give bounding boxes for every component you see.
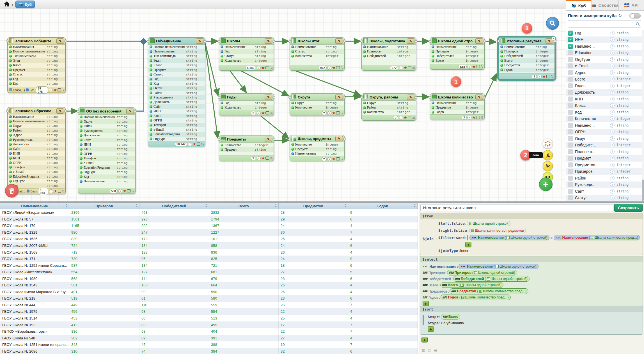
alert-icon[interactable]: [404, 116, 407, 119]
resize-handle[interactable]: [62, 89, 64, 91]
info-icon[interactable]: i: [610, 37, 615, 42]
field-checkbox[interactable]: [568, 83, 573, 88]
edit-node-button[interactable]: ✎: [56, 38, 64, 44]
info-icon[interactable]: i: [610, 57, 615, 62]
edit-node-button[interactable]: ✎: [475, 38, 483, 44]
edit-node-button[interactable]: ✎: [265, 38, 272, 44]
tab-properties[interactable]: Свойства: [592, 0, 618, 10]
resize-handle[interactable]: [412, 66, 415, 69]
comment-icon[interactable]: [408, 116, 411, 119]
query-chip[interactable]: ###Всего(Школы одной строкой): [440, 282, 503, 288]
resize-handle[interactable]: [551, 75, 553, 78]
sort-icon[interactable]: [344, 204, 347, 207]
graph-node-shkoly-kolichestvo[interactable]: Школы количество ...✎НаименованиеstringП…: [430, 93, 485, 120]
input-port[interactable]: [218, 138, 220, 141]
field-checkbox[interactable]: [568, 156, 573, 161]
output-port[interactable]: [343, 138, 346, 140]
query-chip[interactable]: ###Годов(Школы количество пред...): [441, 295, 511, 300]
graph-node-shkoly-itog[interactable]: Школы итог✎НаименованиеstringСтатусstrin…: [290, 37, 345, 71]
comment-icon[interactable]: [265, 66, 269, 69]
output-port[interactable]: [204, 40, 206, 43]
alert-icon[interactable]: [332, 66, 335, 69]
input-port[interactable]: [77, 110, 79, 113]
output-port[interactable]: [64, 40, 67, 43]
export-icon[interactable]: ▤: [428, 348, 431, 352]
field-checkbox[interactable]: ✓: [568, 37, 573, 42]
join-tool-button[interactable]: [543, 150, 553, 160]
info-icon[interactable]: i: [538, 75, 542, 79]
info-icon[interactable]: i: [257, 156, 261, 160]
drag-handle[interactable]: [423, 315, 424, 325]
alert-icon[interactable]: [262, 66, 265, 69]
trash-button[interactable]: [5, 184, 19, 197]
output-port[interactable]: [64, 110, 67, 112]
edit-node-button[interactable]: ✎: [475, 95, 483, 100]
table-row[interactable]: ГБОУ школа № 13299802471227307: [0, 229, 418, 236]
alert-icon[interactable]: [262, 111, 265, 114]
scrollbar-thumb[interactable]: [642, 180, 644, 201]
table-row[interactable]: ГБОУ «Лицей «Вторая школа»23694632832289: [0, 209, 418, 216]
alert-icon[interactable]: [123, 189, 126, 192]
field-checkbox[interactable]: [568, 176, 573, 181]
add-block-button[interactable]: +: [421, 337, 428, 342]
field-checkbox[interactable]: [568, 70, 573, 75]
info-icon[interactable]: i: [610, 50, 615, 55]
comment-icon[interactable]: [546, 75, 550, 78]
comment-icon[interactable]: [476, 65, 480, 68]
info-icon[interactable]: i: [257, 66, 261, 70]
graph-node-pobediteli[interactable]: education.Победите...✎Наименованияstring…: [7, 37, 66, 93]
info-icon[interactable]: i: [327, 111, 331, 115]
output-port[interactable]: [343, 40, 346, 43]
output-port[interactable]: [415, 40, 417, 43]
palette-button[interactable]: [543, 139, 553, 149]
field-checkbox[interactable]: [568, 116, 573, 121]
sort-icon[interactable]: [136, 204, 138, 207]
node-header[interactable]: Округа, районы✎: [362, 94, 416, 101]
query-chip[interactable]: ###Призеров(Школы одной строкой): [447, 270, 517, 275]
sort-icon[interactable]: [65, 204, 68, 207]
info-icon[interactable]: i: [610, 44, 615, 49]
input-port[interactable]: [288, 138, 291, 140]
list-view-icon[interactable]: ≣: [434, 348, 437, 352]
input-port[interactable]: [288, 40, 291, 43]
comment-icon[interactable]: [336, 66, 340, 69]
input-port[interactable]: [360, 40, 363, 43]
field-checkbox[interactable]: [568, 182, 573, 187]
graph-node-itogovye-rezultaty[interactable]: Итоговые результа...✎НаименованиеstringП…: [499, 37, 555, 79]
field-checkbox[interactable]: ✓: [568, 31, 573, 36]
field-checkbox[interactable]: [568, 96, 573, 102]
info-icon[interactable]: i: [610, 136, 615, 141]
add-node-button[interactable]: +: [539, 178, 553, 191]
table-row[interactable]: ГБОУ школа № 1252 имени Сервант...587134…: [0, 262, 418, 269]
column-header-5[interactable]: Годов: [348, 203, 418, 209]
graph-node-shkoly-podgotovka[interactable]: Школы, подготовка ...✎Наименованиеstring…: [361, 37, 416, 71]
split-tool-button[interactable]: [543, 161, 553, 171]
field-checkbox[interactable]: [568, 136, 573, 141]
alert-icon[interactable]: [332, 157, 335, 160]
node-header[interactable]: Объединение✎: [148, 38, 205, 45]
info-icon[interactable]: i: [610, 64, 615, 68]
alert-icon[interactable]: [54, 88, 57, 91]
info-icon[interactable]: i: [610, 123, 615, 128]
fields-toggle[interactable]: [629, 13, 641, 19]
table-row[interactable]: ГБОУ школа № 17173095825249: [0, 256, 418, 262]
resize-handle[interactable]: [270, 112, 272, 114]
query-chip[interactable]: ###Победителей(Школы одной строкой): [453, 276, 530, 282]
info-icon[interactable]: i: [610, 182, 615, 187]
tab-cube[interactable]: Куб: [566, 0, 592, 10]
resize-handle[interactable]: [62, 190, 64, 192]
graph-node-shkoly[interactable]: Школы✎НаименованиеstringГодstringСтатусs…: [219, 37, 274, 71]
field-checkbox[interactable]: [568, 57, 573, 62]
info-icon[interactable]: i: [188, 142, 192, 146]
node-header[interactable]: Округа✎: [290, 94, 344, 101]
graph-node-okruga[interactable]: Округа✎ОкругstringКоличествоinteger?i: [290, 93, 345, 116]
info-icon[interactable]: i: [610, 169, 615, 174]
info-icon[interactable]: i: [610, 90, 615, 95]
input-port[interactable]: [360, 96, 363, 99]
table-row[interactable]: ГБОУ школа № 2007 ФМШ724134858246: [0, 242, 418, 249]
comment-icon[interactable]: [58, 190, 61, 193]
info-icon[interactable]: i: [610, 176, 615, 180]
edit-node-button[interactable]: ✎: [265, 137, 272, 142]
node-header[interactable]: Школы, предметы✎: [290, 135, 344, 142]
table-row[interactable]: ГБОУ школа № 17911652021367244: [0, 222, 418, 229]
